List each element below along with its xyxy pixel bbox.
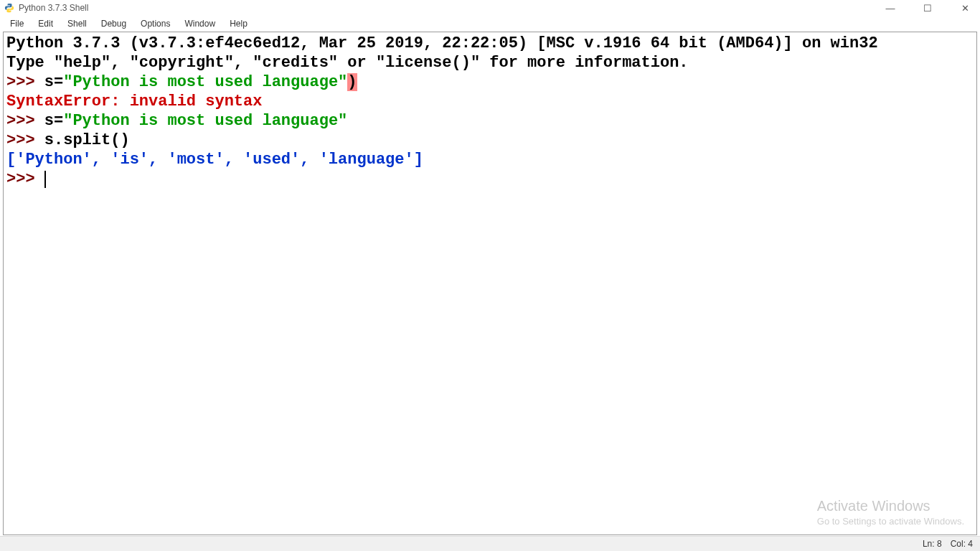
string-literal: "Python is most used language" <box>63 73 347 91</box>
error-highlight-paren: ) <box>347 73 357 91</box>
window-title: Python 3.7.3 Shell <box>19 3 88 13</box>
status-bar: Ln: 8 Col: 4 <box>0 536 980 551</box>
menu-options[interactable]: Options <box>135 17 176 30</box>
prompt: >>> <box>6 170 44 188</box>
prompt: >>> <box>6 112 44 130</box>
menu-edit[interactable]: Edit <box>32 17 59 30</box>
minimize-button[interactable]: — <box>880 3 901 14</box>
python-idle-icon <box>4 3 14 13</box>
menu-bar: File Edit Shell Debug Options Window Hel… <box>0 16 980 32</box>
window-controls: — ☐ ✕ <box>880 3 976 14</box>
svg-point-0 <box>7 4 8 5</box>
string-literal: "Python is most used language" <box>63 112 347 130</box>
banner-line: Type "help", "copyright", "credits" or "… <box>6 54 689 72</box>
code-text: s= <box>44 73 63 91</box>
code-text: s= <box>44 112 63 130</box>
menu-help[interactable]: Help <box>224 17 253 30</box>
output-text: ['Python', 'is', 'most', 'used', 'langua… <box>6 151 423 169</box>
status-line-number: Ln: 8 <box>923 539 942 549</box>
status-column-number: Col: 4 <box>951 539 973 549</box>
menu-debug[interactable]: Debug <box>95 17 132 30</box>
banner-line: Python 3.7.3 (v3.7.3:ef4ec6ed12, Mar 25 … <box>6 34 878 52</box>
text-cursor <box>44 171 46 188</box>
menu-shell[interactable]: Shell <box>62 17 93 30</box>
prompt: >>> <box>6 73 44 91</box>
code-text: s.split() <box>44 131 130 149</box>
shell-frame: Python 3.7.3 (v3.7.3:ef4ec6ed12, Mar 25 … <box>3 32 977 535</box>
menu-file[interactable]: File <box>4 17 29 30</box>
error-message: SyntaxError: invalid syntax <box>6 93 262 110</box>
maximize-button[interactable]: ☐ <box>917 3 938 14</box>
close-button[interactable]: ✕ <box>954 3 976 14</box>
svg-point-1 <box>11 11 11 11</box>
shell-text-area[interactable]: Python 3.7.3 (v3.7.3:ef4ec6ed12, Mar 25 … <box>4 32 976 190</box>
prompt: >>> <box>6 131 44 149</box>
menu-window[interactable]: Window <box>179 17 221 30</box>
title-bar: Python 3.7.3 Shell — ☐ ✕ <box>0 0 980 16</box>
